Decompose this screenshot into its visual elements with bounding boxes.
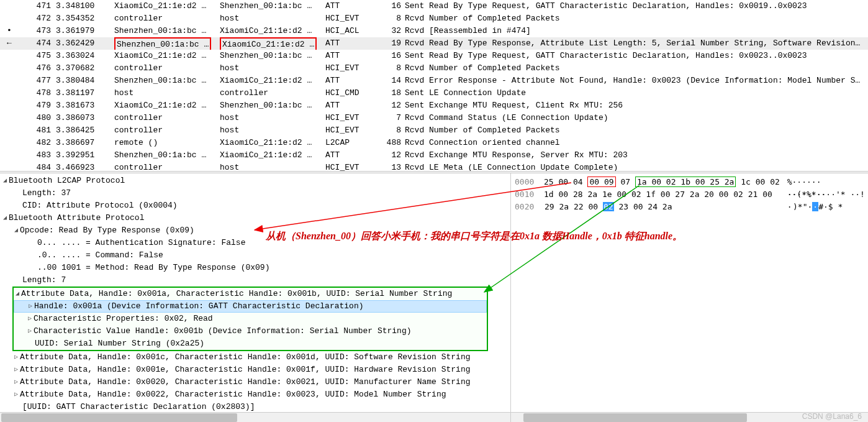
- tree-item[interactable]: ◢Bluetooth L2CAP Protocol: [0, 175, 510, 187]
- packet-row[interactable]: 4723.354352controllerhostHCI_EVT8Rcvd Nu…: [0, 12, 868, 25]
- packet-list-pane[interactable]: 4713.348100XiaomiCo_21:1e:d2 …Shenzhen_0…: [0, 0, 868, 171]
- tree-item[interactable]: ▷Attribute Data, Handle: 0x0020, Charact…: [0, 376, 510, 388]
- tree-item[interactable]: ..00 1001 = Method: Read By Type Respons…: [0, 262, 510, 274]
- tree-item[interactable]: UUID: Serial Number String (0x2a25): [14, 337, 487, 350]
- expand-icon[interactable]: ▷: [26, 313, 34, 325]
- packet-row[interactable]: 4803.386073controllerhostHCI_EVT7Rcvd Co…: [0, 112, 868, 124]
- packet-details-pane[interactable]: ◢Bluetooth L2CAP Protocol Length: 37 CID…: [0, 173, 510, 422]
- hex-row[interactable]: 0000 25 00 04 00 09 07 1a 00 02 1b 00 25…: [515, 176, 868, 188]
- collapse-icon[interactable]: ◢: [12, 224, 20, 237]
- watermark: CSDN @Lana6_6: [802, 412, 862, 421]
- expand-icon[interactable]: ▷: [12, 376, 20, 388]
- hex-row[interactable]: 0010 1d 00 28 2a 1e 00 02 1f 00 27 2a 20…: [515, 188, 868, 201]
- packet-row[interactable]: 4783.381197hostcontrollerHCI_CMD18Sent L…: [0, 87, 868, 99]
- tree-item[interactable]: Length: 37: [0, 187, 510, 200]
- tree-item[interactable]: ▷Attribute Data, Handle: 0x001e, Charact…: [0, 364, 510, 376]
- collapse-icon[interactable]: ◢: [1, 212, 9, 224]
- tree-item[interactable]: ▷Attribute Data, Handle: 0x001c, Charact…: [0, 351, 510, 364]
- packet-row[interactable]: 4773.380484Shenzhen_00:1a:bc …XiaomiCo_2…: [0, 75, 868, 87]
- packet-row[interactable]: •4733.361979Shenzhen_00:1a:bc …XiaomiCo_…: [0, 25, 868, 37]
- annotation-text: 从机（Shenzhen_00）回答小米手机：我的串口号字符是在0x1a 数据Ha…: [266, 230, 682, 243]
- tree-item[interactable]: ▷Characteristic Value Handle: 0x001b (De…: [14, 325, 487, 337]
- expand-icon[interactable]: ▷: [27, 300, 34, 313]
- tree-item[interactable]: [UUID: GATT Characteristic Declaration (…: [0, 401, 510, 413]
- tree-item[interactable]: Length: 7: [0, 274, 510, 287]
- expand-icon[interactable]: ▷: [12, 364, 20, 376]
- tree-item-selected[interactable]: ▷Handle: 0x001a (Device Information: GAT…: [14, 300, 487, 313]
- collapse-icon[interactable]: ◢: [14, 288, 21, 300]
- tree-item[interactable]: ◢Bluetooth Attribute Protocol: [0, 212, 510, 224]
- tree-item[interactable]: .0.. .... = Command: False: [0, 249, 510, 262]
- expand-icon[interactable]: ▷: [26, 325, 34, 337]
- packet-row[interactable]: 4793.381673XiaomiCo_21:1e:d2 …Shenzhen_0…: [0, 99, 868, 112]
- expand-icon[interactable]: ▷: [12, 388, 20, 401]
- packet-row[interactable]: 4833.392951Shenzhen_00:1a:bc …XiaomiCo_2…: [0, 149, 868, 162]
- tree-item[interactable]: ◢Attribute Data, Handle: 0x001a, Charact…: [14, 288, 487, 300]
- packet-row[interactable]: ←4743.362429Shenzhen_00:1a:bc …XiaomiCo_…: [0, 37, 868, 50]
- tree-item[interactable]: ▷Attribute Data, Handle: 0x0022, Charact…: [0, 388, 510, 401]
- hex-row[interactable]: 0020 29 2a 22 00 02 23 00 24 2a )*"··#·$…: [515, 201, 868, 213]
- horizontal-scrollbar[interactable]: [0, 412, 510, 422]
- collapse-icon[interactable]: ◢: [1, 175, 9, 187]
- expand-icon[interactable]: ▷: [12, 351, 20, 364]
- packet-row[interactable]: 4843.466923controllerhostHCI_EVT13Rcvd L…: [0, 162, 868, 171]
- packet-row[interactable]: 4823.386697remote ()XiaomiCo_21:1e:d2 …L…: [0, 137, 868, 149]
- hex-dump-pane[interactable]: 0000 25 00 04 00 09 07 1a 00 02 1b 00 25…: [510, 173, 868, 422]
- tree-item[interactable]: CID: Attribute Protocol (0x0004): [0, 200, 510, 212]
- tree-item[interactable]: ▷Characteristic Properties: 0x02, Read: [14, 313, 487, 325]
- packet-row[interactable]: 4813.386425controllerhostHCI_EVT8Rcvd Nu…: [0, 124, 868, 137]
- packet-row[interactable]: 4763.370682controllerhostHCI_EVT8Rcvd Nu…: [0, 62, 868, 75]
- packet-row[interactable]: 4713.348100XiaomiCo_21:1e:d2 …Shenzhen_0…: [0, 0, 868, 12]
- packet-row[interactable]: 4753.363024XiaomiCo_21:1e:d2 …Shenzhen_0…: [0, 50, 868, 62]
